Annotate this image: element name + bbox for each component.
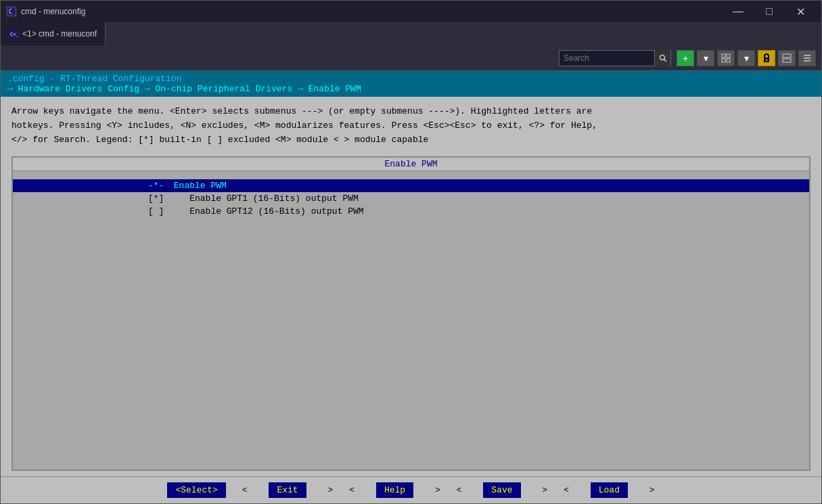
svg-rect-7 xyxy=(727,54,730,58)
svg-text:C>_: C>_ xyxy=(10,32,18,37)
maximize-button[interactable]: □ xyxy=(754,1,785,22)
breadcrumb-bar: .config - RT-Thread Configuration → Hard… xyxy=(1,71,821,97)
select-button[interactable]: <Select> xyxy=(167,482,225,498)
window-icon: C xyxy=(6,6,17,17)
config-line: .config - RT-Thread Configuration xyxy=(7,74,815,84)
lock-button[interactable] xyxy=(758,50,775,66)
help-text: Arrow keys navigate the menu. <Enter> se… xyxy=(1,97,821,154)
dropdown-button[interactable]: ▾ xyxy=(697,50,714,66)
exit-label2: > xyxy=(323,485,334,495)
bottom-bar: <Select> < Exit > < Help > < Save > < Lo… xyxy=(1,476,821,503)
item-label-2: Enable GPT12 (16-Bits) output PWM xyxy=(168,206,364,216)
menuconfig-content: Arrow keys navigate the menu. <Enter> se… xyxy=(1,97,821,503)
item-label-0: Enable PWM xyxy=(168,181,227,191)
item-marker-2: [ ] xyxy=(148,206,168,216)
minimize-button[interactable]: — xyxy=(723,1,754,22)
svg-rect-9 xyxy=(727,59,730,62)
menu-panel: Enable PWM -*- Enable PWM [*] Enable GPT… xyxy=(12,156,810,471)
help-line2: hotkeys. Pressing <Y> includes, <N> excl… xyxy=(12,119,810,133)
tab-label: <1> cmd - menuconf xyxy=(22,29,97,39)
title-bar: C cmd - menuconfig — □ ✕ xyxy=(1,1,821,22)
help-suffix: > xyxy=(430,485,440,495)
search-input[interactable] xyxy=(560,53,654,63)
search-box[interactable] xyxy=(559,50,671,66)
tab-cmd-menuconf[interactable]: C>_ <1> cmd - menuconf xyxy=(1,22,106,45)
exit-button[interactable]: Exit xyxy=(269,482,306,498)
help-line3: </> for Search. Legend: [*] built-in [ ]… xyxy=(12,133,810,147)
svg-rect-12 xyxy=(783,54,791,58)
window-title: cmd - menuconfig xyxy=(21,7,718,16)
item-marker-1: [*] xyxy=(148,193,168,204)
toolbar: + ▾ ▾ xyxy=(1,45,821,71)
load-suffix: > xyxy=(644,485,655,495)
svg-rect-13 xyxy=(783,59,791,62)
svg-rect-6 xyxy=(722,54,725,58)
svg-point-4 xyxy=(660,55,664,60)
svg-text:C: C xyxy=(9,9,12,15)
main-window: C cmd - menuconfig — □ ✕ C>_ <1> cmd - m… xyxy=(0,0,822,504)
window-controls: — □ ✕ xyxy=(723,1,816,22)
layout-button[interactable] xyxy=(778,50,796,66)
exit-label: < xyxy=(242,485,253,495)
tab-icon: C>_ xyxy=(9,29,18,39)
dropdown2-button[interactable]: ▾ xyxy=(737,50,755,66)
item-label-1: Enable GPT1 (16-Bits) output PWM xyxy=(168,193,359,204)
menu-title-bar: Enable PWM xyxy=(13,158,809,171)
menu-button[interactable] xyxy=(798,50,816,66)
menu-item-0[interactable]: -*- Enable PWM xyxy=(13,179,809,192)
load-prefix: < xyxy=(564,485,574,495)
view-button[interactable] xyxy=(717,50,735,66)
search-button[interactable] xyxy=(654,50,670,66)
close-button[interactable]: ✕ xyxy=(785,1,816,22)
svg-rect-8 xyxy=(722,59,725,62)
save-prefix: < xyxy=(457,485,467,495)
save-suffix: > xyxy=(537,485,548,495)
help-line1: Arrow keys navigate the menu. <Enter> se… xyxy=(12,105,810,119)
item-marker-0: -*- xyxy=(148,181,168,191)
terminal-wrapper: .config - RT-Thread Configuration → Hard… xyxy=(1,71,821,503)
svg-line-5 xyxy=(664,59,666,62)
menu-item-1[interactable]: [*] Enable GPT1 (16-Bits) output PWM xyxy=(13,192,809,205)
save-button[interactable]: Save xyxy=(483,482,520,498)
menu-item-2[interactable]: [ ] Enable GPT12 (16-Bits) output PWM xyxy=(13,205,809,218)
nav-line: → Hardware Drivers Config → On-chip Peri… xyxy=(7,84,815,94)
help-prefix: < xyxy=(349,485,360,495)
tab-bar: C>_ <1> cmd - menuconf xyxy=(1,22,821,45)
svg-point-11 xyxy=(766,59,768,61)
add-button[interactable]: + xyxy=(677,50,694,66)
help-button[interactable]: Help xyxy=(376,482,413,498)
load-button[interactable]: Load xyxy=(591,482,628,498)
menu-items: -*- Enable PWM [*] Enable GPT1 (16-Bits)… xyxy=(13,171,809,469)
